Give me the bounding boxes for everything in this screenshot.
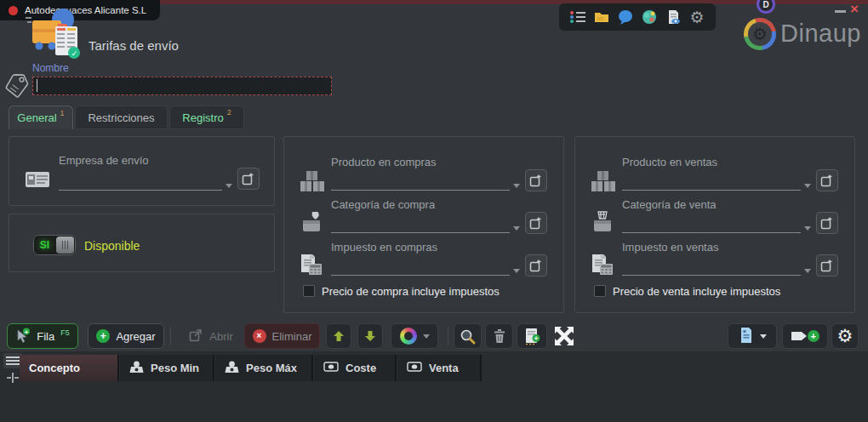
column-header-concepto[interactable]: Concepto xyxy=(20,355,119,381)
categoria-compra-add-button[interactable] xyxy=(525,212,547,234)
globe-icon[interactable] xyxy=(640,8,659,26)
svg-text:+: + xyxy=(811,331,816,341)
folder-icon[interactable] xyxy=(592,8,611,26)
toggle-knob xyxy=(56,237,74,254)
empresa-dropdown-caret[interactable] xyxy=(226,184,232,188)
scale-icon xyxy=(129,361,144,376)
empresa-label: Empresa de envío xyxy=(59,154,149,167)
add-tag-button[interactable]: + xyxy=(782,323,828,349)
page-title: Tarifas de envío xyxy=(89,38,179,53)
toolbar-divider xyxy=(448,327,448,345)
precio-compra-checkbox[interactable] xyxy=(303,285,315,297)
move-up-button[interactable] xyxy=(326,323,351,349)
shipping-rates-icon: ✓ xyxy=(24,7,83,63)
box-heart-icon xyxy=(300,212,324,237)
scale-icon xyxy=(225,361,239,376)
producto-ventas-add-button[interactable] xyxy=(816,169,838,191)
list-icon[interactable] xyxy=(568,8,587,26)
move-down-button[interactable] xyxy=(357,323,383,349)
impuesto-ventas-caret[interactable] xyxy=(804,269,811,273)
impuesto-compras-caret[interactable] xyxy=(513,269,520,273)
producto-ventas-caret[interactable] xyxy=(804,184,811,188)
table-settings-button[interactable]: ⚙ xyxy=(831,323,859,349)
color-wheel-icon xyxy=(400,328,417,345)
empresa-panel: Empresa de envío xyxy=(9,136,275,206)
packages-icon xyxy=(590,169,617,197)
disponible-toggle[interactable]: SI xyxy=(33,235,76,255)
nombre-input[interactable] xyxy=(32,77,332,95)
color-wheel-button[interactable] xyxy=(391,323,438,349)
compras-panel: Producto en compras Categoría de compra … xyxy=(283,136,564,313)
gear-icon[interactable]: ⚙ xyxy=(688,8,706,26)
impuesto-ventas-label: Impuesto en ventas xyxy=(622,241,718,254)
precio-compra-checkbox-label: Precio de compra incluye impuestos xyxy=(322,285,500,298)
producto-compras-caret[interactable] xyxy=(513,184,520,188)
toolbar-divider xyxy=(170,327,171,345)
nombre-label: Nombre xyxy=(32,62,69,74)
producto-compras-label: Producto en compras xyxy=(331,156,437,168)
color-wheel-caret xyxy=(423,334,430,339)
impuesto-ventas-add-button[interactable] xyxy=(816,254,838,277)
empresa-add-button[interactable] xyxy=(237,168,260,190)
export-caret xyxy=(760,334,767,339)
tab-restricciones[interactable]: Restricciones xyxy=(75,106,168,129)
fila-button[interactable]: + Fila F5 xyxy=(7,323,78,349)
app-status-icon xyxy=(9,6,18,15)
abrir-button[interactable]: Abrir xyxy=(180,323,242,349)
categoria-venta-add-button[interactable] xyxy=(816,212,838,234)
x-circle-icon: × xyxy=(253,329,266,343)
column-header-venta[interactable]: Venta xyxy=(397,355,482,381)
notification-badge[interactable]: D xyxy=(757,0,775,14)
document-eye-icon[interactable] xyxy=(664,8,682,26)
top-icon-tray: ⚙ xyxy=(559,3,716,31)
tag-icon xyxy=(3,73,31,102)
disponible-panel: SI Disponible xyxy=(9,214,275,272)
cart-box-icon xyxy=(591,210,615,237)
tab-general[interactable]: General1 xyxy=(9,106,73,129)
dinaup-logo-text: Dinaup xyxy=(780,20,861,48)
money-icon xyxy=(323,362,339,374)
column-header-peso-max[interactable]: Peso Máx xyxy=(215,355,313,381)
text-cursor xyxy=(37,79,37,92)
expand-button[interactable] xyxy=(550,323,579,349)
svg-text:+: + xyxy=(534,334,539,343)
svg-text:+: + xyxy=(25,328,29,335)
search-button[interactable] xyxy=(454,323,482,349)
trash-button[interactable] xyxy=(485,323,513,349)
disponible-label: Disponible xyxy=(84,239,140,253)
precio-venta-checkbox[interactable] xyxy=(594,285,606,297)
impuesto-compras-add-button[interactable] xyxy=(525,254,547,277)
categoria-compra-label: Categoría de compra xyxy=(331,198,435,211)
tab-registro[interactable]: Registro2 xyxy=(169,106,244,129)
duplicate-document-button[interactable]: + xyxy=(517,323,547,349)
column-header-peso-min[interactable]: Peso Min xyxy=(120,355,214,381)
document-calculator-icon xyxy=(590,253,615,280)
toggle-on-label: SI xyxy=(34,236,55,254)
svg-text:✓: ✓ xyxy=(71,49,78,58)
column-header-coste[interactable]: Coste xyxy=(314,355,397,381)
ventas-panel: Producto en ventas Categoría de venta Im… xyxy=(574,136,855,313)
empresa-underline xyxy=(59,190,222,191)
gear-icon: ⚙ xyxy=(837,328,854,345)
agregar-button[interactable]: + Agregar xyxy=(88,323,164,349)
categoria-venta-label: Categoría de venta xyxy=(622,198,717,211)
producto-compras-add-button[interactable] xyxy=(525,169,547,191)
impuesto-compras-label: Impuesto en compras xyxy=(331,241,437,254)
money-icon xyxy=(407,362,422,374)
precio-venta-checkbox-label: Precio de venta incluye impuestos xyxy=(613,285,780,298)
id-card-icon xyxy=(25,169,50,193)
chat-icon[interactable] xyxy=(616,8,635,26)
minimize-button[interactable] xyxy=(835,10,846,13)
app-window: Autodesguaces Alicante S.L × ⚙ D ⚙ Dinau… xyxy=(0,0,868,422)
categoria-venta-caret[interactable] xyxy=(804,226,811,231)
document-calculator-icon xyxy=(299,253,324,280)
open-external-icon xyxy=(188,328,203,345)
categoria-compra-caret[interactable] xyxy=(513,226,520,231)
close-button[interactable]: × xyxy=(850,1,859,18)
cursor-add-icon: + xyxy=(15,328,31,345)
producto-ventas-label: Producto en ventas xyxy=(622,156,717,168)
packages-icon xyxy=(299,169,326,197)
eliminar-button[interactable]: × Eliminar xyxy=(244,323,320,349)
export-button[interactable] xyxy=(728,323,777,349)
plus-circle-icon: + xyxy=(96,329,110,343)
